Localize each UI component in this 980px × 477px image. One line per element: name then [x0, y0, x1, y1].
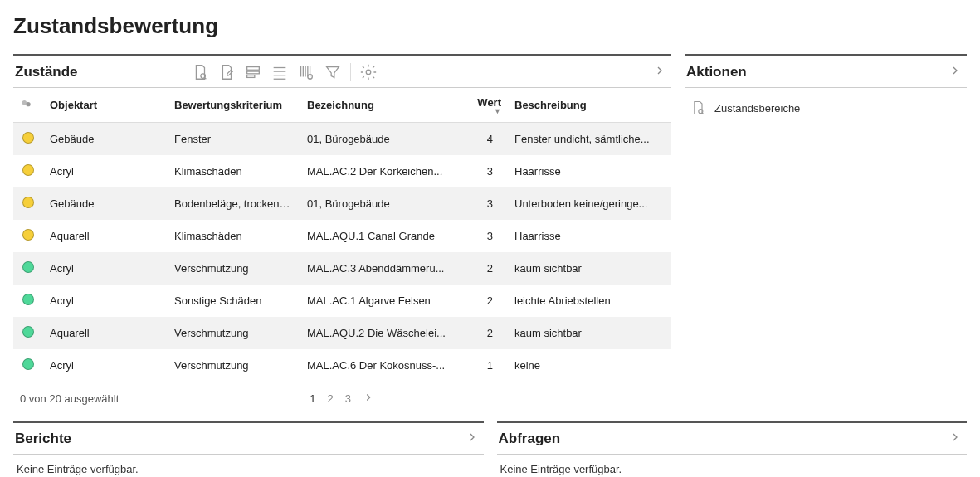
- panel-abfragen: Abfragen Keine Einträge verfügbar.: [497, 421, 968, 477]
- table-row[interactable]: AcrylSonstige SchädenMAL.AC.1 Algarve Fe…: [13, 285, 671, 317]
- svg-rect-3: [246, 75, 254, 77]
- col-bezeichnung[interactable]: Bezeichnung: [300, 88, 458, 123]
- status-cell: [13, 317, 43, 349]
- pager: 1 2 3: [119, 392, 565, 406]
- cell-objektart: Acryl: [43, 155, 168, 187]
- status-dot-icon: [22, 261, 34, 273]
- expand-berichte-icon[interactable]: [462, 427, 482, 450]
- document-search-icon: [690, 100, 706, 116]
- page-1[interactable]: 1: [310, 392, 315, 405]
- panel-header-abfragen: Abfragen: [497, 423, 968, 455]
- action-zustandsbereiche[interactable]: Zustandsbereiche: [688, 95, 963, 121]
- toolbar-settings-icon[interactable]: [359, 63, 378, 81]
- cell-bezeichnung: 01, Bürogebäude: [300, 123, 458, 156]
- svg-point-14: [366, 70, 371, 75]
- selection-count: 0 von 20 ausgewählt: [20, 392, 119, 405]
- panel-berichte: Berichte Keine Einträge verfügbar.: [13, 421, 484, 477]
- cell-wert: 2: [458, 285, 508, 317]
- page-next-icon[interactable]: [363, 392, 374, 406]
- cell-bezeichnung: MAL.AQU.1 Canal Grande: [300, 220, 458, 252]
- sort-desc-icon: ▼: [465, 109, 501, 114]
- action-label: Zustandsbereiche: [714, 102, 800, 114]
- panel-header-berichte: Berichte: [13, 423, 484, 455]
- cell-beschreibung: Haarrisse: [508, 155, 671, 187]
- cell-bezeichnung: MAL.AC.6 Der Kokosnuss-...: [300, 349, 458, 382]
- toolbar-columns-icon[interactable]: [244, 63, 262, 81]
- status-cell: [13, 187, 43, 220]
- panel-title-aktionen: Aktionen: [686, 64, 747, 80]
- status-dot-icon: [22, 229, 34, 241]
- cell-wert: 3: [458, 220, 508, 252]
- col-wert[interactable]: Wert ▼: [458, 88, 508, 123]
- status-cell: [13, 285, 43, 317]
- page-3[interactable]: 3: [345, 392, 351, 405]
- col-objektart[interactable]: Objektart: [43, 88, 168, 123]
- svg-point-15: [22, 100, 27, 105]
- status-header-icon: [20, 97, 33, 110]
- cell-kriterium: Sonstige Schäden: [168, 285, 300, 317]
- table-row[interactable]: AcrylKlimaschädenMAL.AC.2 Der Korkeichen…: [13, 155, 671, 187]
- table-row[interactable]: AcrylVerschmutzungMAL.AC.6 Der Kokosnuss…: [13, 349, 671, 382]
- table-row[interactable]: AquarellVerschmutzungMAL.AQU.2 Die Wäsch…: [13, 317, 671, 349]
- col-status[interactable]: [13, 88, 43, 123]
- cell-wert: 2: [458, 252, 508, 285]
- status-dot-icon: [22, 326, 34, 338]
- panel-zustaende: Zustände: [13, 54, 671, 411]
- toolbar-edit-icon[interactable]: [217, 63, 236, 81]
- berichte-empty: Keine Einträge verfügbar.: [13, 455, 484, 477]
- table-row[interactable]: GebäudeFenster01, Bürogebäude4Fenster un…: [13, 123, 671, 156]
- page-title: Zustandsbewertung: [13, 13, 967, 39]
- cell-kriterium: Klimaschäden: [168, 155, 300, 187]
- cell-wert: 3: [458, 155, 508, 187]
- status-dot-icon: [22, 164, 34, 176]
- cell-beschreibung: kaum sichtbar: [508, 252, 671, 285]
- cell-kriterium: Verschmutzung: [168, 252, 300, 285]
- status-dot-icon: [22, 294, 34, 305]
- expand-zustaende-icon[interactable]: [650, 61, 670, 83]
- cell-beschreibung: kaum sichtbar: [508, 317, 671, 349]
- cell-kriterium: Verschmutzung: [168, 349, 300, 382]
- panel-header-zustaende: Zustände: [13, 56, 671, 88]
- svg-rect-2: [246, 71, 259, 74]
- col-kriterium[interactable]: Bewertungskriterium: [168, 88, 300, 123]
- status-cell: [13, 155, 43, 187]
- expand-aktionen-icon[interactable]: [945, 61, 965, 83]
- toolbar-zustaende: [191, 63, 378, 81]
- toolbar-filter-icon[interactable]: [324, 63, 342, 81]
- page-2[interactable]: 2: [328, 392, 334, 405]
- panel-title-abfragen: Abfragen: [499, 431, 561, 447]
- expand-abfragen-icon[interactable]: [945, 427, 965, 450]
- cell-bezeichnung: MAL.AC.1 Algarve Felsen: [300, 285, 458, 317]
- toolbar-view-icon[interactable]: [191, 63, 209, 81]
- cell-bezeichnung: MAL.AC.3 Abenddämmeru...: [300, 252, 458, 285]
- table-header-row: Objektart Bewertungskriterium Bezeichnun…: [13, 88, 671, 123]
- zustaende-table: Objektart Bewertungskriterium Bezeichnun…: [13, 88, 671, 382]
- cell-kriterium: Fenster: [168, 123, 300, 156]
- svg-point-16: [26, 102, 30, 106]
- cell-wert: 4: [458, 123, 508, 156]
- status-dot-icon: [22, 358, 34, 370]
- cell-objektart: Acryl: [43, 252, 168, 285]
- table-row[interactable]: GebäudeBodenbeläge, trockene R...01, Bür…: [13, 187, 671, 220]
- cell-beschreibung: Fenster undicht, sämtliche...: [508, 123, 671, 156]
- table-row[interactable]: AcrylVerschmutzungMAL.AC.3 Abenddämmeru.…: [13, 252, 671, 285]
- status-dot-icon: [22, 132, 34, 144]
- cell-objektart: Acryl: [43, 285, 168, 317]
- panel-header-aktionen: Aktionen: [685, 56, 967, 88]
- panel-title-zustaende: Zustände: [15, 64, 78, 80]
- abfragen-empty: Keine Einträge verfügbar.: [497, 455, 968, 477]
- toolbar-list-icon[interactable]: [271, 63, 289, 81]
- table-footer: 0 von 20 ausgewählt 1 2 3: [13, 382, 671, 411]
- cell-objektart: Aquarell: [43, 317, 168, 349]
- cell-beschreibung: Unterboden keine/geringe...: [508, 187, 671, 220]
- table-row[interactable]: AquarellKlimaschädenMAL.AQU.1 Canal Gran…: [13, 220, 671, 252]
- cell-bezeichnung: 01, Bürogebäude: [300, 187, 458, 220]
- cell-objektart: Acryl: [43, 349, 168, 382]
- status-dot-icon: [22, 197, 34, 208]
- toolbar-barcode-icon[interactable]: [297, 63, 315, 81]
- cell-kriterium: Klimaschäden: [168, 220, 300, 252]
- cell-objektart: Gebäude: [43, 123, 168, 156]
- cell-beschreibung: Haarrisse: [508, 220, 671, 252]
- col-beschreibung[interactable]: Beschreibung: [508, 88, 671, 123]
- cell-wert: 1: [458, 349, 508, 382]
